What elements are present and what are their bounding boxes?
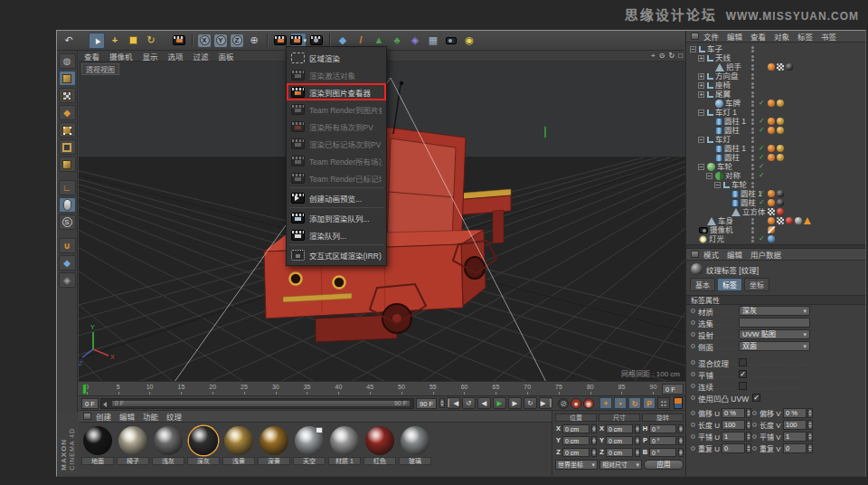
anim-dot-icon[interactable]: [691, 372, 695, 376]
snap-button[interactable]: S: [59, 214, 76, 230]
timeline-tick[interactable]: 75: [555, 384, 562, 390]
lock-x-button[interactable]: X: [197, 33, 212, 48]
anim-dot-icon[interactable]: [691, 384, 695, 388]
render-menu-item[interactable]: 渲染队列...: [287, 226, 386, 243]
uv-field-平铺 U[interactable]: 1: [722, 432, 745, 442]
spinner[interactable]: [746, 420, 751, 430]
material-item[interactable]: 天空: [293, 425, 326, 465]
visibility-dots[interactable]: [751, 119, 754, 121]
attribute-manager-menu-0[interactable]: 模式: [703, 249, 719, 260]
frame-range-slider[interactable]: 0 F 90 F: [100, 398, 414, 409]
orange-tag-icon[interactable]: [768, 100, 775, 107]
orange-tag-icon[interactable]: [768, 127, 775, 134]
orange-tag-icon[interactable]: [768, 190, 775, 197]
visibility-dots[interactable]: [751, 73, 754, 76]
timeline-tick[interactable]: 80: [587, 384, 594, 390]
viewport-menu-0[interactable]: 查看: [84, 51, 99, 62]
anim-dot-icon[interactable]: [691, 446, 695, 451]
object-row[interactable]: 圆柱✓: [686, 153, 865, 162]
camslash-tag-icon[interactable]: [768, 226, 775, 233]
object-row[interactable]: 圆柱✓: [686, 198, 865, 207]
timeline-ruler[interactable]: 051015202530354045505560657075808590 0 F: [79, 381, 685, 396]
attribute-manager-menu-2[interactable]: 用户数据: [750, 249, 781, 260]
timeline-tick[interactable]: 35: [304, 384, 311, 390]
expand-toggle[interactable]: −: [706, 173, 712, 179]
attr-tab-基本[interactable]: 基本: [690, 278, 715, 291]
material-manager-menu-0[interactable]: 创建: [96, 411, 111, 422]
attr-field-材质[interactable]: 深灰: [739, 306, 810, 316]
object-manager-menu-0[interactable]: 文件: [703, 31, 719, 42]
render-menu-item[interactable]: 区域渲染: [287, 49, 386, 66]
play-mode-button[interactable]: ↺: [462, 397, 476, 409]
material-item[interactable]: 浅灰: [152, 425, 184, 465]
orange-tag-icon[interactable]: [768, 63, 775, 71]
coord-field[interactable]: 0 cm: [606, 448, 633, 457]
object-row[interactable]: −车轮✓: [686, 162, 865, 171]
render-menu-item[interactable]: Team Render已标记场次到PV: [287, 169, 386, 186]
coord-field[interactable]: 0 °: [649, 448, 676, 457]
attr-field-投射[interactable]: UVW 贴图: [739, 329, 810, 339]
lock-y-button[interactable]: Y: [213, 33, 228, 48]
object-row[interactable]: −车灯 1: [686, 108, 865, 117]
last-tool-used-button[interactable]: [171, 33, 187, 49]
visibility-dots[interactable]: [751, 209, 754, 212]
object-row[interactable]: 圆柱 1✓: [686, 189, 865, 198]
enable-axis-button[interactable]: ∟: [59, 180, 76, 195]
gold-tag-icon[interactable]: [777, 154, 784, 161]
object-row[interactable]: +天线: [686, 53, 865, 62]
timeline-tick[interactable]: 50: [398, 384, 405, 390]
end-frame-spinner[interactable]: [439, 398, 445, 408]
material-item[interactable]: 浅黄: [222, 425, 255, 465]
uv-field-平铺 V[interactable]: 1: [783, 432, 807, 442]
uv-field-重复 V[interactable]: 0: [783, 443, 807, 453]
visibility-dots[interactable]: [751, 146, 754, 148]
uv-field-偏移 U[interactable]: 0 %: [722, 408, 745, 418]
polygons-mode-button[interactable]: [59, 157, 76, 172]
material-item[interactable]: 椅子: [117, 425, 149, 465]
material-item[interactable]: 深灰: [187, 425, 220, 465]
camera-object-button[interactable]: [443, 33, 459, 49]
object-row[interactable]: +方向盘: [686, 71, 865, 81]
object-row[interactable]: 摄像机: [686, 225, 865, 234]
maximize-view-icon[interactable]: □: [678, 52, 683, 60]
dark-tag-icon[interactable]: [777, 190, 784, 197]
timeline-tick[interactable]: 40: [335, 384, 342, 390]
object-row[interactable]: +座椅: [686, 81, 865, 90]
timeline-tick[interactable]: 25: [241, 384, 248, 390]
visibility-dots[interactable]: [751, 227, 754, 230]
expand-toggle[interactable]: −: [698, 109, 704, 116]
checkbox-checked[interactable]: ✓: [739, 370, 747, 378]
orange-tag-icon[interactable]: [768, 118, 775, 125]
orange-tag-icon[interactable]: [768, 154, 775, 161]
render-menu-item[interactable]: Team Render到图片查看器...: [287, 100, 386, 118]
gold-tag-icon[interactable]: [777, 145, 784, 152]
coord-header[interactable]: 位置: [555, 414, 597, 422]
material-item[interactable]: 深黄: [258, 425, 290, 465]
lock-workplane-button[interactable]: ◈: [59, 272, 76, 288]
dark-tag-icon[interactable]: [786, 63, 793, 71]
attribute-manager-menu-1[interactable]: 编辑: [727, 249, 742, 260]
anim-dot-icon[interactable]: [752, 446, 757, 451]
object-row[interactable]: 车身: [686, 216, 865, 225]
attr-tab-坐标[interactable]: 坐标: [744, 278, 769, 291]
coord-field[interactable]: 0 cm: [606, 424, 633, 433]
attr-field-选集[interactable]: [739, 318, 810, 328]
anim-dot-icon[interactable]: [752, 434, 757, 439]
edges-mode-button[interactable]: [59, 139, 76, 155]
spinner[interactable]: [807, 420, 813, 430]
start-frame-field[interactable]: 0 F: [81, 398, 99, 409]
object-manager-menu-5[interactable]: 书签: [821, 31, 836, 42]
spinner[interactable]: [807, 408, 813, 418]
floor-object-button[interactable]: ▦: [425, 33, 441, 49]
visibility-dots[interactable]: [751, 164, 754, 166]
material-item[interactable]: 地面: [81, 425, 114, 465]
coord-header[interactable]: 旋转: [642, 414, 684, 422]
viewport-menu-4[interactable]: 过滤: [193, 51, 209, 62]
visibility-dots[interactable]: [751, 109, 754, 112]
expand-toggle[interactable]: +: [698, 82, 704, 89]
spinner[interactable]: [678, 424, 684, 433]
object-row[interactable]: −车子: [686, 44, 865, 53]
object-manager-menu-1[interactable]: 编辑: [727, 31, 742, 42]
scale-tool[interactable]: [125, 33, 141, 49]
zoom-view-icon[interactable]: ⊙: [659, 52, 665, 60]
